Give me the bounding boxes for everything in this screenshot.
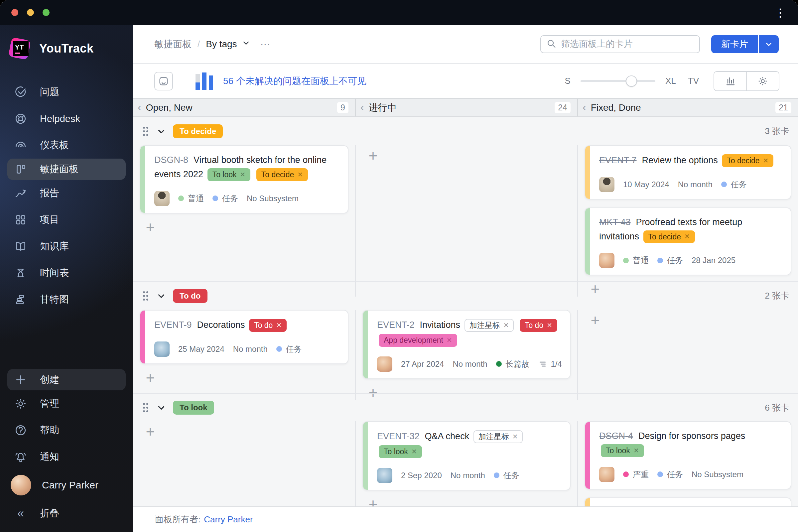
remove-tag-icon[interactable]: ✕: [240, 171, 246, 179]
add-card-button[interactable]: +: [144, 370, 157, 385]
due-date-field[interactable]: 25 May 2024: [178, 344, 225, 354]
sidebar-item-admin[interactable]: 管理: [0, 391, 133, 417]
chevron-down-icon[interactable]: [156, 403, 166, 413]
tag-to-look[interactable]: To look✕: [208, 168, 251, 181]
remove-tag-icon[interactable]: ✕: [512, 433, 518, 441]
tag-to-decide[interactable]: To decide✕: [643, 230, 695, 243]
drag-handle-icon[interactable]: [141, 290, 150, 302]
chart-view-button[interactable]: [714, 72, 746, 91]
remove-tag-icon[interactable]: ✕: [297, 171, 303, 179]
collapse-column-icon[interactable]: ‹: [583, 102, 586, 112]
add-card-button[interactable]: +: [144, 424, 157, 439]
add-card-button[interactable]: +: [589, 312, 602, 328]
tag-to-decide[interactable]: To decide✕: [256, 168, 308, 181]
subsystem-field[interactable]: No Subsystem: [691, 470, 743, 479]
card-id[interactable]: EVENT-7: [599, 155, 637, 165]
tag-star[interactable]: 加注星标✕: [474, 430, 523, 443]
sidebar-item-helpdesk[interactable]: Helpdesk: [0, 106, 133, 132]
assignee-avatar[interactable]: [599, 253, 614, 268]
sidebar-user[interactable]: Carry Parker: [0, 470, 133, 500]
card-event-9[interactable]: EVENT-9Decorations To do✕ 25 May 2024 No…: [140, 310, 348, 364]
priority-field[interactable]: 严重: [623, 469, 649, 480]
column-header-in-progress[interactable]: ‹ 进行中 24: [355, 99, 577, 116]
board-owner-link[interactable]: Carry Parker: [204, 514, 253, 525]
tv-mode-button[interactable]: TV: [688, 76, 699, 86]
type-field[interactable]: 任务: [657, 255, 683, 266]
minimize-button[interactable]: [27, 9, 34, 16]
sidebar-item-knowledge-base[interactable]: 知识库: [0, 233, 133, 260]
board-settings-button[interactable]: [747, 72, 779, 91]
due-date-field[interactable]: 2 Sep 2020: [401, 471, 442, 480]
collapse-column-icon[interactable]: ‹: [360, 102, 364, 112]
sidebar-item-gantt[interactable]: 甘特图: [0, 286, 133, 313]
drag-handle-icon[interactable]: [141, 402, 150, 413]
sidebar-item-projects[interactable]: 项目: [0, 207, 133, 233]
close-button[interactable]: [11, 9, 18, 16]
assignee-avatar[interactable]: [377, 468, 392, 483]
sidebar-item-timesheets[interactable]: 时间表: [0, 260, 133, 286]
card-id[interactable]: DSGN-4: [599, 431, 633, 441]
assignee-avatar[interactable]: [599, 467, 614, 482]
month-field[interactable]: No month: [233, 344, 268, 354]
card-dsgn-6[interactable]: DSGN-6Prepare virtual badges design for: [585, 497, 791, 507]
chevron-down-icon[interactable]: [156, 291, 166, 301]
sidebar-item-create[interactable]: 创建: [7, 369, 126, 391]
card-id[interactable]: EVENT-2: [377, 320, 415, 330]
new-card-dropdown-button[interactable]: [759, 35, 779, 53]
sidebar-item-help[interactable]: 帮助: [0, 417, 133, 443]
remove-tag-icon[interactable]: ✕: [684, 232, 690, 241]
more-menu-icon[interactable]: ⋮: [775, 7, 787, 18]
assignee-avatar[interactable]: [154, 191, 170, 206]
subtasks-field[interactable]: 1/4: [538, 359, 562, 369]
subsystem-field[interactable]: No Subsystem: [247, 194, 299, 203]
slider-thumb[interactable]: [626, 75, 637, 87]
tag-to-look[interactable]: To look✕: [379, 445, 422, 458]
remove-tag-icon[interactable]: ✕: [504, 321, 509, 329]
add-card-button[interactable]: +: [144, 220, 157, 235]
remove-tag-icon[interactable]: ✕: [411, 448, 417, 456]
swimlane-tag-badge[interactable]: To decide: [173, 125, 223, 138]
card-dsgn-8[interactable]: DSGN-8Virtual booth sketch for the onlin…: [140, 145, 348, 213]
month-field[interactable]: No month: [451, 471, 485, 480]
swimlane-tag-badge[interactable]: To do: [173, 289, 208, 303]
column-header-fixed-done[interactable]: ‹ Fixed, Done 21: [577, 99, 798, 116]
hidden-issues-link[interactable]: 56 个未解决的问题在面板上不可见: [223, 75, 366, 88]
priority-field[interactable]: 普通: [178, 193, 204, 204]
slider-track[interactable]: [581, 80, 656, 82]
new-card-button[interactable]: 新卡片: [711, 35, 758, 53]
board-view-selector[interactable]: By tags: [206, 39, 250, 50]
month-field[interactable]: No month: [453, 359, 487, 369]
tag-star[interactable]: 加注星标✕: [464, 319, 514, 332]
card-event-7[interactable]: EVENT-7Review the options To decide✕ 10 …: [585, 145, 791, 200]
swimlane-tag-badge[interactable]: To look: [173, 401, 214, 415]
remove-tag-icon[interactable]: ✕: [446, 336, 452, 344]
sidebar-item-reports[interactable]: 报告: [0, 180, 133, 207]
due-date-field[interactable]: 28 Jan 2025: [691, 256, 736, 265]
drag-handle-icon[interactable]: [141, 126, 150, 137]
assignee-avatar[interactable]: [599, 177, 614, 192]
sidebar-collapse[interactable]: « 折叠: [0, 500, 133, 527]
type-field[interactable]: 任务: [494, 470, 519, 481]
due-date-field[interactable]: 27 Apr 2024: [401, 359, 444, 369]
type-field[interactable]: 任务: [212, 193, 238, 204]
month-field[interactable]: No month: [678, 180, 712, 189]
board-more-menu-icon[interactable]: ⋯: [260, 38, 271, 50]
card-event-32[interactable]: EVENT-32Q&A check 加注星标✕ To look✕ 2 Sep 2…: [362, 421, 571, 491]
breadcrumb-boards-link[interactable]: 敏捷面板: [154, 38, 191, 51]
card-mkt-43[interactable]: MKT-43Proofread texts for meetup invitat…: [585, 208, 791, 276]
add-card-button[interactable]: +: [366, 496, 380, 507]
youtrack-logo[interactable]: YT YouTrack: [0, 25, 133, 70]
tag-to-look[interactable]: To look✕: [601, 444, 644, 457]
chevron-down-icon[interactable]: [156, 126, 166, 136]
type-field[interactable]: 任务: [721, 179, 747, 190]
remove-tag-icon[interactable]: ✕: [547, 321, 552, 329]
card-id[interactable]: EVENT-9: [154, 320, 192, 330]
type-field[interactable]: 任务: [657, 469, 683, 480]
tag-to-do[interactable]: To do✕: [249, 319, 287, 332]
assignee-avatar[interactable]: [154, 341, 170, 357]
collapse-column-icon[interactable]: ‹: [138, 102, 141, 112]
card-id[interactable]: MKT-43: [599, 217, 631, 227]
sidebar-item-agile-boards[interactable]: 敏捷面板: [7, 158, 126, 180]
add-card-button[interactable]: +: [366, 148, 380, 163]
type-field[interactable]: 任务: [276, 344, 302, 355]
